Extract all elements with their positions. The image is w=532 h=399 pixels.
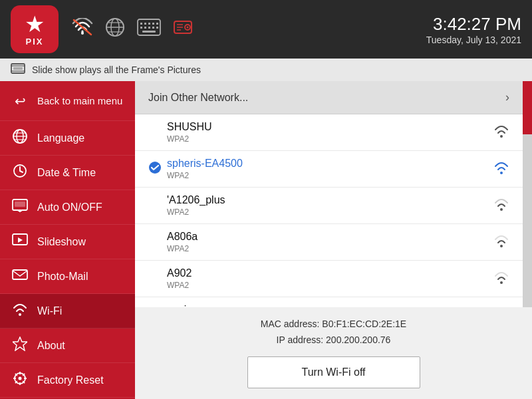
network-ssid: A806a [167, 231, 493, 243]
svg-rect-12 [156, 23, 158, 25]
sidebar-item-slideshow[interactable]: Slideshow [0, 225, 135, 259]
svg-marker-44 [13, 337, 27, 350]
content-area: Join Other Network... › SHUSHU WPA2 [135, 81, 532, 399]
mac-address: MAC address: B0:F1:EC:CD:2E:1E [148, 317, 519, 332]
svg-rect-9 [144, 23, 146, 25]
network-item[interactable]: A902 WPA2 [135, 261, 523, 297]
network-item[interactable]: SHUSHU WPA2 [135, 114, 523, 151]
back-icon: ↩ [11, 93, 29, 109]
scrollbar-track[interactable] [523, 81, 532, 307]
factory-reset-icon [11, 370, 29, 390]
join-other-network[interactable]: Join Other Network... › [135, 81, 523, 114]
network-info: SHUSHU WPA2 [167, 121, 493, 144]
clock-date: Tuesday, July 13, 2021 [426, 35, 521, 45]
wifi-icon [11, 302, 29, 320]
network-signal-icon [493, 234, 509, 251]
network-selected-check [148, 161, 167, 178]
ip-address: IP address: 200.200.200.76 [148, 332, 519, 348]
svg-point-21 [187, 26, 189, 28]
sidebar-item-factory-reset[interactable]: Factory Reset [0, 363, 135, 398]
logo-star-icon: ★ [25, 13, 45, 35]
network-info: 'A1206_plus WPA2 [167, 194, 493, 217]
network-ssid: A902 [167, 267, 493, 279]
svg-point-46 [19, 377, 22, 380]
autoon-icon [11, 199, 29, 215]
sidebar-item-about[interactable]: About [0, 329, 135, 363]
svg-rect-16 [152, 27, 154, 29]
wifi-status-icon[interactable] [72, 18, 93, 41]
network-item[interactable]: A806a WPA2 [135, 224, 523, 261]
sidebar-item-wifi[interactable]: Wi-Fi [0, 294, 135, 329]
join-other-arrow-icon: › [505, 90, 509, 104]
network-list-container: Join Other Network... › SHUSHU WPA2 [135, 81, 532, 307]
scrollbar-thumb[interactable] [523, 81, 532, 134]
storage-icon[interactable] [173, 17, 193, 42]
network-list-scroll[interactable]: Join Other Network... › SHUSHU WPA2 [135, 81, 523, 307]
network-security: WPA2 [167, 207, 493, 217]
sidebar-item-back-label: Back to main menu [37, 95, 122, 106]
network-item[interactable]: 'A1206_plus WPA2 [135, 188, 523, 224]
sidebar-item-about-label: About [37, 340, 65, 352]
network-ssid: 'A1206_plus [167, 194, 493, 206]
content-footer: MAC address: B0:F1:EC:CD:2E:1E IP addres… [135, 307, 532, 399]
header-icons [72, 17, 426, 42]
sidebar-item-datetime[interactable]: Date & Time [0, 156, 135, 190]
network-info: A806a WPA2 [167, 231, 493, 253]
network-security: WPA2 [167, 244, 493, 253]
clock-area: 3:42:27 PM Tuesday, July 13, 2021 [426, 14, 521, 45]
svg-rect-38 [15, 201, 25, 207]
network-ssid: SHUSHU [167, 121, 493, 133]
network-signal-icon [493, 271, 509, 287]
svg-rect-13 [140, 27, 142, 29]
network-ssid: spheris-EA4500 [167, 158, 493, 170]
network-info: A902 WPA2 [167, 267, 493, 290]
turn-wifi-off-button[interactable]: Turn Wi-Fi off [247, 356, 420, 388]
keyboard-icon[interactable] [137, 19, 161, 41]
svg-point-58 [500, 208, 503, 211]
svg-point-59 [500, 245, 503, 247]
svg-point-60 [500, 281, 503, 284]
banner: Slide show plays all the Frame's Picture… [0, 59, 532, 81]
svg-rect-17 [156, 27, 158, 29]
slideshow-icon [11, 233, 29, 250]
photomail-icon [11, 268, 29, 285]
svg-point-0 [81, 32, 84, 35]
clock-time: 3:42:27 PM [426, 14, 521, 35]
svg-rect-18 [142, 31, 156, 33]
globe-icon[interactable] [105, 17, 125, 42]
network-item[interactable]: aoxiang WPA2 [135, 297, 523, 307]
banner-text: Slide show plays all the Frame's Picture… [32, 65, 201, 75]
network-info: spheris-EA4500 WPA2 [167, 158, 493, 180]
svg-rect-42 [13, 270, 27, 279]
svg-line-36 [20, 171, 23, 172]
sidebar-item-slideshow-label: Slideshow [37, 236, 86, 248]
about-icon [11, 336, 29, 354]
network-signal-icon [493, 124, 509, 141]
svg-rect-15 [148, 27, 150, 29]
sidebar-item-factory-reset-label: Factory Reset [37, 374, 104, 386]
network-security: WPA2 [167, 171, 493, 180]
language-icon [11, 128, 29, 148]
sidebar-item-photomail[interactable]: Photo-Mail [0, 259, 135, 294]
sidebar-item-photomail-label: Photo-Mail [37, 271, 88, 283]
network-item[interactable]: spheris-EA4500 WPA2 [135, 151, 523, 188]
main-content: ↩ Back to main menu Language [0, 81, 532, 399]
sidebar-item-back[interactable]: ↩ Back to main menu [0, 81, 135, 121]
sidebar-item-language[interactable]: Language [0, 121, 135, 156]
svg-rect-11 [152, 23, 154, 25]
svg-point-57 [500, 172, 503, 174]
sidebar: ↩ Back to main menu Language [0, 81, 135, 399]
join-other-text: Join Other Network... [148, 92, 248, 104]
svg-rect-28 [13, 67, 23, 70]
sidebar-item-datetime-label: Date & Time [37, 167, 96, 179]
header: ★ PIX [0, 0, 532, 59]
logo-pix-text: PIX [25, 37, 45, 47]
sidebar-item-autoon[interactable]: Auto ON/OFF [0, 190, 135, 225]
svg-rect-14 [144, 27, 146, 29]
network-security: WPA2 [167, 134, 493, 144]
network-security: WPA2 [167, 281, 493, 290]
logo: ★ PIX [11, 5, 59, 53]
svg-point-55 [500, 135, 503, 138]
sidebar-item-autoon-label: Auto ON/OFF [37, 201, 102, 213]
sidebar-item-wifi-label: Wi-Fi [37, 305, 62, 317]
